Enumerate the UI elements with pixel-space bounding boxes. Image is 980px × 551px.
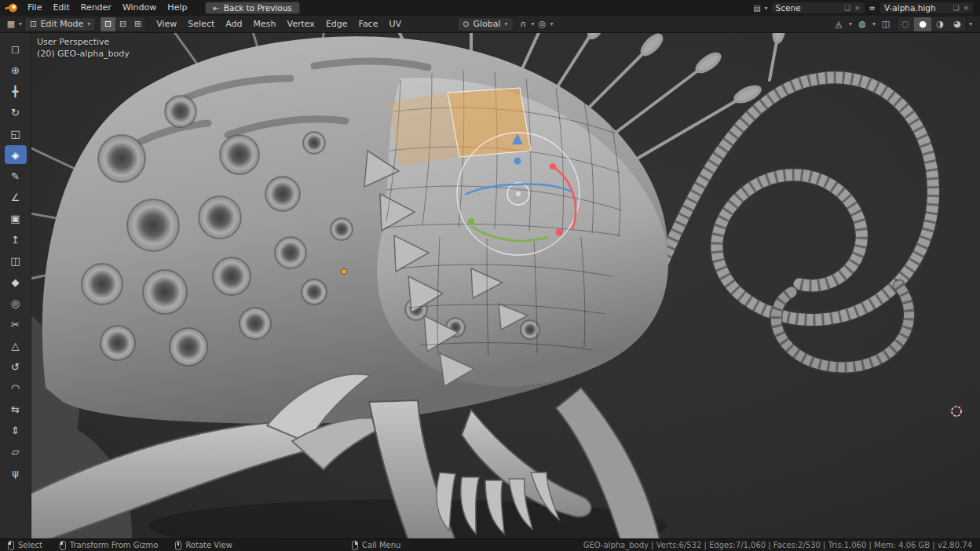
mouse-left-icon <box>8 541 14 550</box>
tool-add-cube[interactable]: ▣ <box>5 209 27 228</box>
view-layer-icon[interactable]: ≡ <box>868 4 876 13</box>
gizmo-caret-icon[interactable]: ▾ <box>849 20 852 27</box>
orientation-caret-icon: ▾ <box>505 20 508 27</box>
shading-mode-buttons: ◌ ● ◑ ◕ <box>896 16 967 32</box>
scene-browse-caret-icon[interactable]: ▾ <box>765 5 768 12</box>
tool-smooth[interactable]: ◠ <box>5 378 27 397</box>
tool-loop-cut[interactable]: ◎ <box>5 294 27 312</box>
object-origin-dot <box>342 269 347 275</box>
proportional-editing-button[interactable]: ◎ <box>535 17 550 31</box>
proportional-caret-icon[interactable]: ▾ <box>550 20 554 27</box>
viewport-header: ▦ ▾ ⊡ Edit Mode ▾ ⊡ ⊟ ⊞ View Select Add … <box>0 16 980 33</box>
menu-render[interactable]: Render <box>75 0 117 16</box>
menu-face[interactable]: Face <box>353 16 384 32</box>
mouse-right-icon <box>352 541 358 550</box>
status-bar: Select Transform From Gizmo Rotate View … <box>0 538 980 551</box>
hint-select-label: Select <box>18 541 42 549</box>
tool-cursor[interactable]: ⊕ <box>5 60 27 79</box>
shading-material-button[interactable]: ◑ <box>931 17 949 31</box>
remove-scene-icon[interactable]: × <box>854 4 861 12</box>
new-scene-icon[interactable]: ❏ <box>844 4 850 12</box>
tool-bevel[interactable]: ◆ <box>5 272 27 291</box>
hint-rotate-view: Rotate View <box>175 541 232 550</box>
face-select-button[interactable]: ⊞ <box>130 17 145 31</box>
tool-shear[interactable]: ▱ <box>5 442 27 461</box>
edit-mode-icon: ⊡ <box>30 20 36 28</box>
tool-rotate[interactable]: ↻ <box>5 103 27 122</box>
scene-icon[interactable]: ▤ <box>752 4 761 13</box>
view-layer-name: V-alpha.high <box>884 3 949 13</box>
menu-file[interactable]: File <box>22 0 47 16</box>
rotate-gizmo[interactable] <box>457 133 580 255</box>
tool-select-box[interactable]: ◻ <box>5 39 27 58</box>
menu-edit[interactable]: Edit <box>47 0 75 16</box>
tool-shelf: ◻ ⊕ ╋ ↻ ◱ ◈ ✎ ∠ ▣ ↥ ◫ ◆ ◎ ✂ △ ↺ ◠ ⇆ ⇕ ▱ … <box>0 33 31 538</box>
show-gizmo-button[interactable]: ◬ <box>831 17 847 31</box>
menu-vertex[interactable]: Vertex <box>282 16 320 32</box>
orientation-dropdown[interactable]: ⊙ Global ▾ <box>457 17 514 31</box>
scene-name: Scene <box>776 3 840 13</box>
remove-view-layer-icon[interactable]: × <box>963 4 969 12</box>
menu-view[interactable]: View <box>151 16 182 32</box>
tool-annotate[interactable]: ✎ <box>5 166 27 185</box>
back-arrow-icon: ⇤ <box>213 4 219 13</box>
menu-help[interactable]: Help <box>162 0 192 16</box>
hint-call-menu-label: Call Menu <box>362 541 400 549</box>
hint-select: Select <box>8 541 42 550</box>
blender-window: File Edit Render Window Help ⇤ Back to P… <box>0 0 980 551</box>
viewport-header-right: ◬ ▾ ◍ ▾ ◫ ◌ ● ◑ ◕ ▾ <box>831 16 977 32</box>
tool-shrink-fatten[interactable]: ⇕ <box>5 421 27 440</box>
shading-wireframe-button[interactable]: ◌ <box>897 17 914 31</box>
xray-toggle-button[interactable]: ◫ <box>878 17 894 31</box>
back-to-previous-button[interactable]: ⇤ Back to Previous <box>205 2 299 14</box>
menu-uv[interactable]: UV <box>383 16 407 32</box>
blender-logo-icon[interactable] <box>5 2 19 14</box>
menu-select[interactable]: Select <box>182 16 220 32</box>
menu-edge[interactable]: Edge <box>320 16 353 32</box>
scene-statistics: GEO-alpha_body | Verts:6/532 | Edges:7/1… <box>583 541 972 549</box>
menu-mesh[interactable]: Mesh <box>248 16 282 32</box>
tool-edge-slide[interactable]: ⇆ <box>5 400 27 418</box>
shading-caret-icon[interactable]: ▾ <box>969 20 972 27</box>
mode-dropdown[interactable]: ⊡ Edit Mode ▾ <box>24 17 96 31</box>
shading-solid-button[interactable]: ● <box>914 17 931 31</box>
tool-measure[interactable]: ∠ <box>5 188 27 206</box>
snap-settings-caret-icon[interactable]: ▾ <box>532 20 535 27</box>
scene-selector[interactable]: Scene ❏ × <box>771 2 865 14</box>
tool-extrude-region[interactable]: ↥ <box>5 230 27 249</box>
tool-poly-build[interactable]: △ <box>5 336 27 355</box>
tool-scale[interactable]: ◱ <box>5 124 27 143</box>
overlays-caret-icon[interactable]: ▾ <box>872 20 876 27</box>
shading-rendered-button[interactable]: ◕ <box>949 17 966 31</box>
editor-type-caret-icon[interactable]: ▾ <box>19 20 22 27</box>
viewport-3d[interactable]: User Perspective (20) GEO-alpha_body <box>31 33 980 538</box>
mouse-middle-icon <box>175 541 181 550</box>
edge-select-button[interactable]: ⊟ <box>115 17 130 31</box>
mode-caret-icon: ▾ <box>87 20 90 27</box>
hint-transform-label: Transform From Gizmo <box>70 541 159 549</box>
vertex-select-button[interactable]: ⊡ <box>101 17 115 31</box>
topbar: File Edit Render Window Help ⇤ Back to P… <box>0 0 980 16</box>
mouse-left-drag-icon <box>60 541 66 550</box>
back-to-previous-label: Back to Previous <box>224 3 292 13</box>
orientation-label: Global <box>473 19 500 29</box>
tool-transform[interactable]: ◈ <box>5 145 27 164</box>
tool-rip-region[interactable]: ψ <box>5 463 27 482</box>
tool-spin[interactable]: ↺ <box>5 357 27 376</box>
orientation-icon: ⊙ <box>463 20 469 28</box>
menu-window[interactable]: Window <box>117 0 162 16</box>
tool-inset-faces[interactable]: ◫ <box>5 251 27 270</box>
show-overlays-button[interactable]: ◍ <box>854 17 870 31</box>
editor-type-icon[interactable]: ▦ <box>3 17 19 31</box>
mode-label: Edit Mode <box>40 19 83 29</box>
snap-toggle-button[interactable]: ∩ <box>516 17 532 31</box>
tool-knife[interactable]: ✂ <box>5 315 27 334</box>
new-view-layer-icon[interactable]: ❏ <box>953 4 959 12</box>
view-layer-selector[interactable]: V-alpha.high ❏ × <box>879 2 974 14</box>
viewport-canvas[interactable] <box>31 33 980 538</box>
hint-transform-from-gizmo: Transform From Gizmo <box>60 541 159 550</box>
tool-move[interactable]: ╋ <box>5 82 27 100</box>
select-mode-buttons: ⊡ ⊟ ⊞ <box>100 16 146 32</box>
menu-add[interactable]: Add <box>220 16 247 32</box>
hint-call-menu: Call Menu <box>352 541 400 550</box>
